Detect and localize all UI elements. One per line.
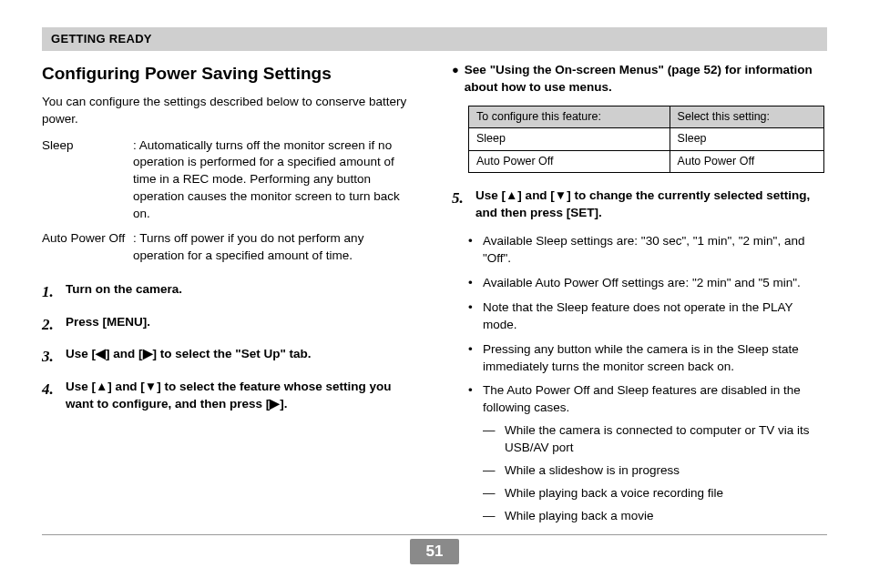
info-lead: ● See "Using the On-screen Menus" (page … xyxy=(452,62,827,96)
step-number: 2. xyxy=(42,314,66,336)
list-item: The Auto Power Off and Sleep features ar… xyxy=(468,382,827,524)
sublist-item: While playing back a voice recording fil… xyxy=(483,485,827,502)
step-3: 3. Use [◀] and [▶] to select the "Set Up… xyxy=(42,346,417,368)
sublist: While the camera is connected to compute… xyxy=(483,422,827,524)
table-cell: Sleep xyxy=(469,128,670,151)
step-1: 1. Turn on the camera. xyxy=(42,281,417,303)
sublist-item: While the camera is connected to compute… xyxy=(483,422,827,457)
bullet-icon: ● xyxy=(452,62,459,78)
step-number: 4. xyxy=(42,379,66,400)
definition-sleep: Sleep : Automatically turns off the moni… xyxy=(42,137,417,223)
table-header-setting: Select this setting: xyxy=(670,106,824,128)
content-columns: Configuring Power Saving Settings You ca… xyxy=(42,62,827,532)
step-body: Use [◀] and [▶] to select the "Set Up" t… xyxy=(66,346,417,363)
definition-desc: : Automatically turns off the monitor sc… xyxy=(133,137,417,223)
page-number: 51 xyxy=(410,539,460,564)
step-body: Use [▲] and [▼] to change the currently … xyxy=(475,188,827,222)
list-item: Note that the Sleep feature does not ope… xyxy=(468,299,827,334)
section-header: GETTING READY xyxy=(42,27,827,51)
step-5: 5. Use [▲] and [▼] to change the current… xyxy=(452,188,827,222)
settings-table: To configure this feature: Select this s… xyxy=(468,106,824,174)
definition-desc: : Turns off power if you do not perform … xyxy=(133,230,417,265)
definition-auto-power-off: Auto Power Off : Turns off power if you … xyxy=(42,230,417,265)
list-item: Available Auto Power Off settings are: "… xyxy=(468,275,827,292)
right-column: ● See "Using the On-screen Menus" (page … xyxy=(452,62,827,532)
step-4: 4. Use [▲] and [▼] to select the feature… xyxy=(42,379,417,413)
table-cell: Sleep xyxy=(670,128,824,151)
list-item: Available Sleep settings are: "30 sec", … xyxy=(468,233,827,268)
page-footer: 51 xyxy=(42,539,827,564)
definition-term: Auto Power Off xyxy=(42,230,133,265)
table-header-feature: To configure this feature: xyxy=(469,106,670,128)
step-number: 5. xyxy=(452,188,475,209)
steps-list: 1. Turn on the camera. 2. Press [MENU]. … xyxy=(42,281,417,413)
table-row: Sleep Sleep xyxy=(469,128,824,151)
step-number: 3. xyxy=(42,346,66,368)
notes-list: Available Sleep settings are: "30 sec", … xyxy=(468,233,827,524)
list-item-text: The Auto Power Off and Sleep features ar… xyxy=(483,383,801,414)
step-body: Turn on the camera. xyxy=(66,281,417,299)
table-cell: Auto Power Off xyxy=(670,150,824,173)
steps-list-cont: 5. Use [▲] and [▼] to change the current… xyxy=(452,188,827,222)
info-lead-text: See "Using the On-screen Menus" (page 52… xyxy=(465,62,827,96)
step-body: Press [MENU]. xyxy=(66,314,417,331)
step-body: Use [▲] and [▼] to select the feature wh… xyxy=(66,379,417,413)
list-item: Pressing any button while the camera is … xyxy=(468,341,827,376)
table-row: Auto Power Off Auto Power Off xyxy=(469,150,824,173)
left-column: Configuring Power Saving Settings You ca… xyxy=(42,62,417,532)
step-number: 1. xyxy=(42,281,66,303)
step-2: 2. Press [MENU]. xyxy=(42,314,417,336)
table-cell: Auto Power Off xyxy=(469,150,670,173)
definition-term: Sleep xyxy=(42,137,133,223)
sublist-item: While playing back a movie xyxy=(483,508,827,525)
intro-paragraph: You can configure the settings described… xyxy=(42,94,417,128)
definition-list: Sleep : Automatically turns off the moni… xyxy=(42,137,417,265)
sublist-item: While a slideshow is in progress xyxy=(483,462,827,480)
footer-divider xyxy=(42,534,827,535)
page-title: Configuring Power Saving Settings xyxy=(42,62,417,86)
